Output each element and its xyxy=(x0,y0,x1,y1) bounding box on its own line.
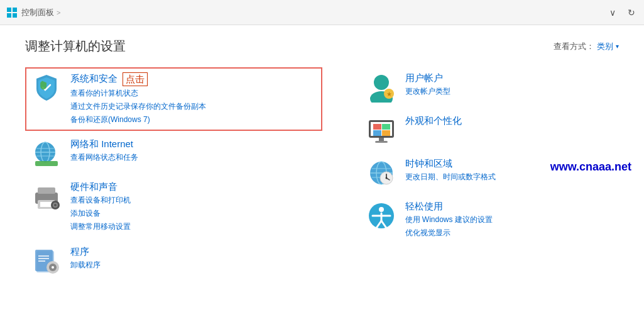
items-grid: 系统和安全 点击 查看你的计算机状态 通过文件历史记录保存你的文件备份副本 备份… xyxy=(25,67,619,281)
hardware-title[interactable]: 硬件和声音 xyxy=(70,181,117,193)
breadcrumb: 控制面板 > xyxy=(21,7,60,18)
clock-title[interactable]: 时钟和区域 xyxy=(405,158,452,170)
item-network[interactable]: 网络和 Internet 查看网络状态和任务 xyxy=(25,133,322,174)
svg-point-47 xyxy=(379,207,384,212)
svg-rect-0 xyxy=(7,8,11,12)
view-arrow[interactable]: ▾ xyxy=(616,43,619,50)
hardware-sub-1[interactable]: 查看设备和打印机 xyxy=(70,194,131,206)
breadcrumb-home[interactable]: 控制面板 xyxy=(21,7,54,18)
left-column: 系统和安全 点击 查看你的计算机状态 通过文件历史记录保存你的文件备份副本 备份… xyxy=(25,67,322,281)
accessibility-title-row: 轻松使用 xyxy=(405,201,493,213)
clock-text: 时钟和区域 更改日期、时间或数字格式 xyxy=(405,158,496,183)
item-system-security[interactable]: 系统和安全 点击 查看你的计算机状态 通过文件历史记录保存你的文件备份副本 备份… xyxy=(25,67,322,131)
view-value[interactable]: 类别 xyxy=(597,41,613,52)
svg-point-25 xyxy=(374,75,389,90)
programs-title-row: 程序 xyxy=(70,246,101,258)
hardware-icon xyxy=(31,181,62,211)
svg-rect-31 xyxy=(373,124,381,130)
clock-title-row: 时钟和区域 xyxy=(405,158,496,170)
svg-rect-36 xyxy=(375,141,388,143)
right-column: ★ 用户帐户 更改帐户类型 xyxy=(322,67,619,281)
breadcrumb-separator: > xyxy=(57,9,60,16)
network-title-row: 网络和 Internet xyxy=(70,138,138,150)
shield-icon xyxy=(31,72,62,103)
svg-rect-35 xyxy=(379,138,384,141)
network-text: 网络和 Internet 查看网络状态和任务 xyxy=(70,138,138,164)
accessibility-icon xyxy=(366,201,396,231)
appearance-title-row: 外观和个性化 xyxy=(405,115,462,127)
title-row: 系统和安全 点击 xyxy=(70,72,206,86)
svg-rect-1 xyxy=(13,8,17,12)
page-title: 调整计算机的设置 xyxy=(25,38,126,55)
accessibility-sub-1[interactable]: 使用 Windows 建议的设置 xyxy=(405,214,493,226)
svg-rect-34 xyxy=(382,130,390,136)
item-clock[interactable]: 时钟和区域 更改日期、时间或数字格式 xyxy=(360,153,619,193)
svg-text:★: ★ xyxy=(386,91,391,98)
top-bar: 控制面板 > ∨ ↻ xyxy=(0,0,644,25)
appearance-icon xyxy=(366,115,396,145)
dropdown-button[interactable]: ∨ xyxy=(606,6,619,19)
user-icon: ★ xyxy=(366,72,396,103)
system-security-sub-1[interactable]: 查看你的计算机状态 xyxy=(70,87,206,99)
clock-sub-1[interactable]: 更改日期、时间或数字格式 xyxy=(405,171,496,183)
svg-rect-13 xyxy=(40,202,53,207)
user-title-row: 用户帐户 xyxy=(405,72,450,84)
svg-rect-11 xyxy=(38,187,55,194)
svg-rect-3 xyxy=(13,13,17,18)
appearance-title[interactable]: 外观和个性化 xyxy=(405,115,462,127)
network-title[interactable]: 网络和 Internet xyxy=(70,138,133,150)
top-bar-right: ∨ ↻ xyxy=(606,6,638,19)
item-programs[interactable]: 程序 卸载程序 xyxy=(25,241,322,281)
view-mode: 查看方式： 类别 ▾ xyxy=(554,41,619,52)
main-content: 调整计算机的设置 查看方式： 类别 ▾ xyxy=(0,25,644,294)
programs-title[interactable]: 程序 xyxy=(70,246,89,258)
programs-sub-1[interactable]: 卸载程序 xyxy=(70,259,101,271)
click-badge: 点击 xyxy=(123,72,148,86)
svg-rect-33 xyxy=(373,130,381,136)
svg-rect-32 xyxy=(382,124,390,130)
hardware-sub-3[interactable]: 调整常用移动设置 xyxy=(70,221,131,233)
programs-text: 程序 卸载程序 xyxy=(70,246,101,271)
svg-point-16 xyxy=(54,204,57,206)
svg-rect-2 xyxy=(7,13,11,18)
item-hardware[interactable]: 硬件和声音 查看设备和打印机 添加设备 调整常用移动设置 xyxy=(25,176,322,238)
refresh-button[interactable]: ↻ xyxy=(625,6,638,19)
system-security-sub-2[interactable]: 通过文件历史记录保存你的文件备份副本 xyxy=(70,101,206,113)
view-label: 查看方式： xyxy=(554,41,594,52)
user-sub-1[interactable]: 更改帐户类型 xyxy=(405,86,450,98)
window-icon xyxy=(6,7,18,18)
system-security-sub-3[interactable]: 备份和还原(Windows 7) xyxy=(70,114,206,126)
network-icon xyxy=(31,138,62,169)
item-accessibility[interactable]: 轻松使用 使用 Windows 建议的设置 优化视觉显示 xyxy=(360,196,619,244)
system-security-text: 系统和安全 点击 查看你的计算机状态 通过文件历史记录保存你的文件备份副本 备份… xyxy=(70,72,206,126)
svg-rect-9 xyxy=(35,161,58,166)
page-header: 调整计算机的设置 查看方式： 类别 ▾ xyxy=(25,38,619,55)
item-appearance[interactable]: 外观和个性化 xyxy=(360,110,619,150)
programs-icon xyxy=(31,246,62,276)
network-sub-1[interactable]: 查看网络状态和任务 xyxy=(70,152,138,164)
hardware-title-row: 硬件和声音 xyxy=(70,181,131,193)
appearance-text: 外观和个性化 xyxy=(405,115,462,127)
svg-point-45 xyxy=(385,177,387,179)
breadcrumb-area: 控制面板 > xyxy=(6,7,606,18)
hardware-sub-2[interactable]: 添加设备 xyxy=(70,208,131,220)
clock-icon xyxy=(366,158,396,188)
user-title[interactable]: 用户帐户 xyxy=(405,72,443,84)
system-security-title[interactable]: 系统和安全 xyxy=(70,73,117,85)
accessibility-title[interactable]: 轻松使用 xyxy=(405,201,443,213)
user-accounts-text: 用户帐户 更改帐户类型 xyxy=(405,72,450,98)
hardware-text: 硬件和声音 查看设备和打印机 添加设备 调整常用移动设置 xyxy=(70,181,131,233)
accessibility-sub-2[interactable]: 优化视觉显示 xyxy=(405,227,493,239)
svg-point-21 xyxy=(52,266,54,269)
accessibility-text: 轻松使用 使用 Windows 建议的设置 优化视觉显示 xyxy=(405,201,493,239)
item-user-accounts[interactable]: ★ 用户帐户 更改帐户类型 xyxy=(360,67,619,108)
